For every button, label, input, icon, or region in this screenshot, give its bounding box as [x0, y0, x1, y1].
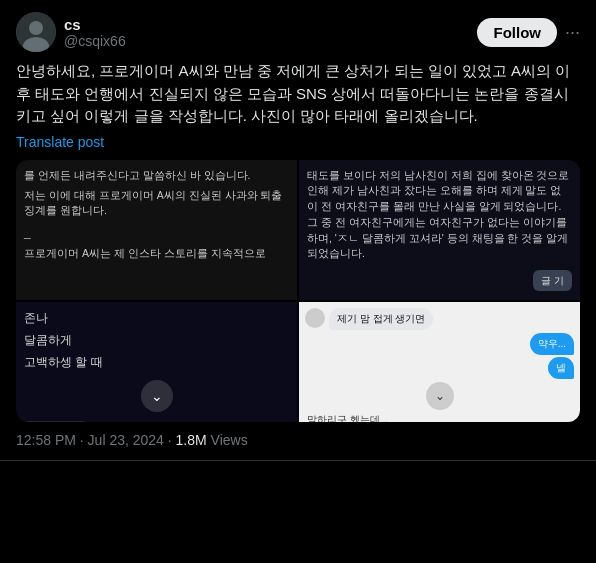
meta-time: 12:58 PM: [16, 432, 76, 448]
tweet-header-right: Follow ···: [477, 18, 580, 47]
meta-sep1: ·: [80, 432, 88, 448]
br-input-text: 말하리구 헸는데 ..: [305, 413, 574, 422]
bl-option3: 고백하셍 할 때: [24, 354, 289, 371]
br-blue-bubbles: 약우... 넬: [305, 333, 574, 379]
bl-chevron-container: ⌄: [24, 380, 289, 412]
follow-button[interactable]: Follow: [477, 18, 557, 47]
tr-main-text: 태도를 보이다 저의 남사친이 저희 집에 찾아온 것으로 인해 제가 남사친과…: [307, 168, 572, 263]
tweet-container: cs @csqix66 Follow ··· 안녕하세요, 프로게이머 A씨와 …: [0, 0, 596, 461]
images-grid: 를 언제든 내려주신다고 말씀하신 바 있습니다. 저는 이에 대해 프로게이머…: [16, 160, 580, 422]
br-mini-avatar: [305, 308, 325, 328]
bl-chevron-circle[interactable]: ⌄: [141, 380, 173, 412]
br-chevron-circle[interactable]: ⌄: [426, 382, 454, 410]
br-chevron-row: ⌄: [305, 382, 574, 410]
user-info: cs @csqix66: [64, 16, 126, 49]
image-bottom-left[interactable]: 존나 달콤하게 고백하셍 할 때 ⌄ 개병신인가 개기: [16, 302, 297, 422]
image-top-left[interactable]: 를 언제든 내려주신다고 말씀하신 바 있습니다. 저는 이에 대해 프로게이머…: [16, 160, 297, 300]
meta-views-count: 1.8M: [176, 432, 207, 448]
tweet-meta: 12:58 PM · Jul 23, 2024 · 1.8M Views: [16, 432, 580, 448]
tr-button[interactable]: 글 기: [533, 270, 572, 291]
tweet-text: 안녕하세요, 프로게이머 A씨와 만남 중 저에게 큰 상처가 되는 일이 있었…: [16, 60, 580, 128]
tl-line3: 프로게이머 A씨는 제 인스타 스토리를 지속적으로: [24, 246, 289, 261]
more-icon[interactable]: ···: [565, 22, 580, 43]
meta-date: Jul 23, 2024: [88, 432, 164, 448]
svg-point-1: [29, 21, 43, 35]
tl-dash: _: [24, 224, 289, 241]
bl-tag1: 개병신인가: [24, 421, 86, 422]
image-bottom-right[interactable]: 제기 맘 접게 생기면 약우... 넬 ⌄ 말하리구 헸는데 ..: [299, 302, 580, 422]
username[interactable]: @csqix66: [64, 33, 126, 49]
br-bubble-gray: 제기 맘 접게 생기면: [329, 308, 433, 330]
tweet-header: cs @csqix66 Follow ···: [16, 12, 580, 52]
bl-option1: 존나: [24, 310, 289, 327]
meta-views-label: Views: [211, 432, 248, 448]
meta-sep2: ·: [168, 432, 176, 448]
br-bubble-blue2: 넬: [548, 357, 574, 379]
image-top-right[interactable]: 태도를 보이다 저의 남사친이 저희 집에 찾아온 것으로 인해 제가 남사친과…: [299, 160, 580, 300]
bl-option2: 달콤하게: [24, 332, 289, 349]
tl-line2: 저는 이에 대해 프로게이머 A씨의 진실된 사과와 퇴출 징계를 원합니다.: [24, 188, 289, 217]
display-name[interactable]: cs: [64, 16, 126, 33]
translate-link[interactable]: Translate post: [16, 134, 580, 150]
br-avatar-row: 제기 맘 접게 생기면: [305, 308, 574, 330]
avatar[interactable]: [16, 12, 56, 52]
avatar-image: [16, 12, 56, 52]
tweet-header-left: cs @csqix66: [16, 12, 126, 52]
br-bubble-blue1: 약우...: [530, 333, 574, 355]
tl-line1: 를 언제든 내려주신다고 말씀하신 바 있습니다.: [24, 168, 289, 183]
